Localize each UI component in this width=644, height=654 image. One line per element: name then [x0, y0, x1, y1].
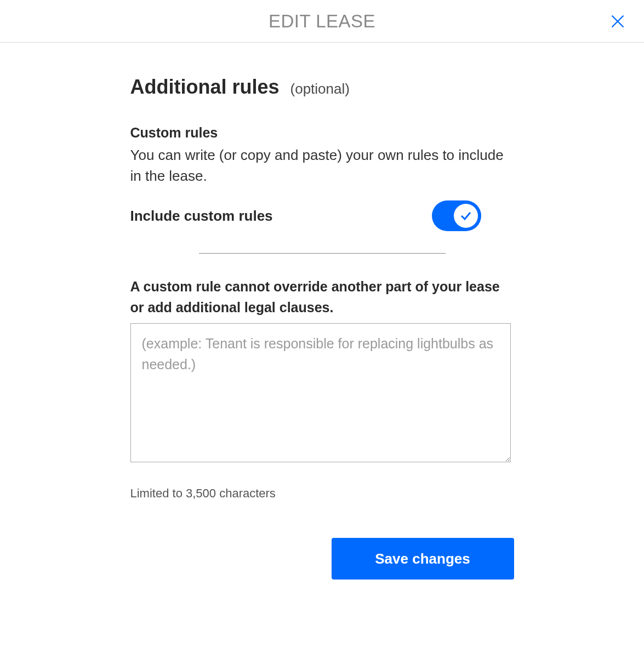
- custom-rule-note: A custom rule cannot override another pa…: [130, 277, 514, 318]
- section-title: Additional rules: [130, 76, 280, 99]
- check-icon: [459, 209, 472, 222]
- save-changes-button[interactable]: Save changes: [332, 538, 514, 580]
- close-icon: [610, 14, 625, 29]
- section-title-row: Additional rules (optional): [130, 76, 514, 99]
- toggle-knob: [454, 204, 478, 228]
- modal-content: Additional rules (optional) Custom rules…: [130, 43, 514, 601]
- include-custom-rules-toggle[interactable]: [432, 200, 481, 231]
- include-custom-rules-row: Include custom rules: [130, 200, 514, 231]
- close-button[interactable]: [607, 10, 629, 32]
- include-custom-rules-label: Include custom rules: [130, 208, 273, 225]
- character-limit-text: Limited to 3,500 characters: [130, 486, 514, 501]
- section-optional-label: (optional): [290, 81, 350, 97]
- divider: [199, 253, 446, 254]
- custom-rules-heading: Custom rules: [130, 125, 514, 141]
- actions-row: Save changes: [130, 538, 514, 580]
- modal-title: EDIT LEASE: [269, 11, 375, 32]
- custom-rules-description: You can write (or copy and paste) your o…: [130, 145, 514, 186]
- modal-header: EDIT LEASE: [0, 0, 644, 43]
- custom-rules-textarea[interactable]: [130, 323, 511, 462]
